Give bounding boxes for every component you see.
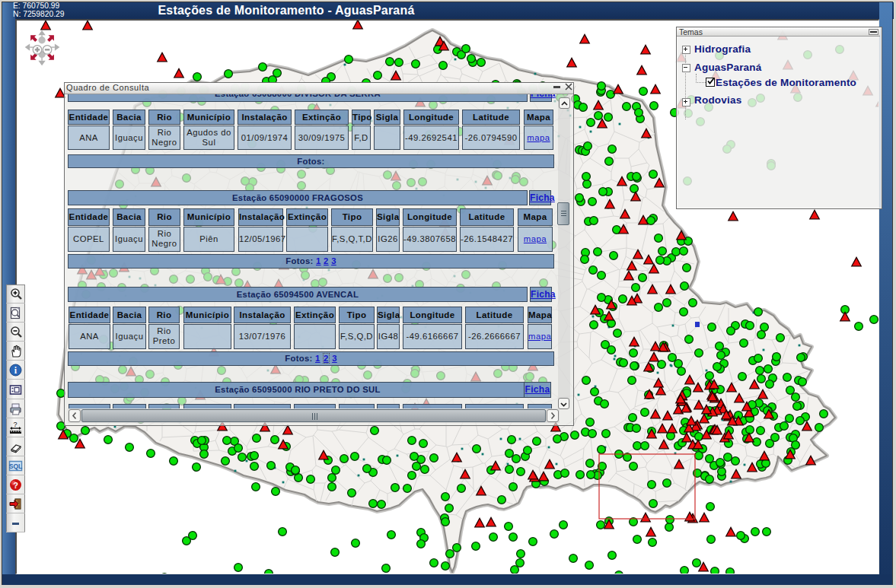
svg-text:SQL: SQL [9,462,22,470]
svg-text:?: ? [13,481,18,490]
svg-text:?: ? [13,421,17,428]
